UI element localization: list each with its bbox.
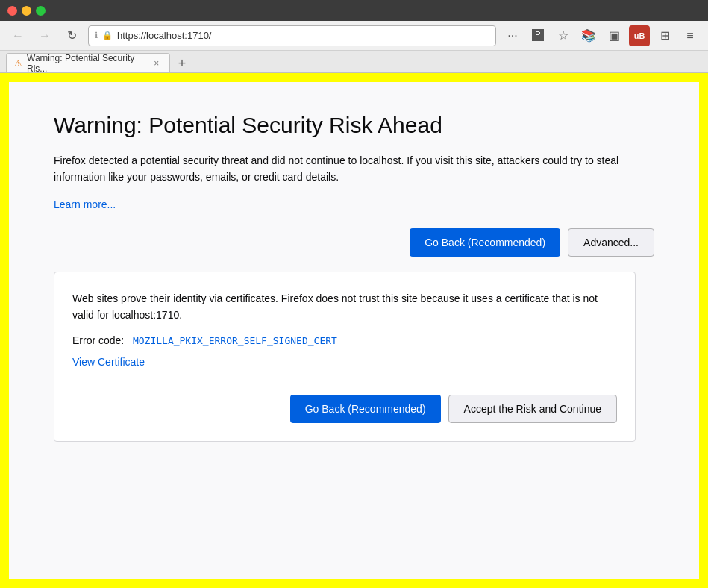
forward-icon: → [39,29,51,43]
main-button-row: Go Back (Recommended) Advanced... [54,228,654,257]
advanced-button-row: Go Back (Recommended) Accept the Risk an… [72,384,617,423]
bookmarks-button[interactable]: 📚 [578,25,599,46]
new-tab-button[interactable]: + [173,54,191,72]
sidebar-button[interactable]: ▣ [604,25,624,46]
advanced-panel: Web sites prove their identity via certi… [54,272,636,442]
advanced-panel-text: Web sites prove their identity via certi… [72,290,617,324]
back-icon: ← [12,29,24,43]
address-bar[interactable]: ℹ 🔒 https://localhost:1710/ [88,25,496,46]
extensions-icon: ⊞ [660,28,670,43]
page-description: Firefox detected a potential security th… [54,152,621,186]
reload-button[interactable]: ↻ [61,25,82,46]
pocket-icon: 🅿 [532,29,544,43]
advanced-go-back-button[interactable]: Go Back (Recommended) [290,395,441,423]
advanced-button[interactable]: Advanced... [568,228,654,257]
toolbar-icons: ··· 🅿 ☆ 📚 ▣ uB ⊞ ≡ [502,25,701,46]
lock-icon: 🔒 [102,31,113,40]
traffic-lights [7,6,46,16]
error-code-label: Error code: [72,334,124,346]
error-code-line: Error code: MOZILLA_PKIX_ERROR_SELF_SIGN… [72,334,617,346]
menu-icon: ≡ [686,29,693,43]
ublock-button[interactable]: uB [629,25,650,46]
page-wrapper: Warning: Potential Security Risk Ahead F… [0,73,708,588]
minimize-window-button[interactable] [22,6,31,16]
bookmarks-icon: 📚 [581,28,596,43]
tab-title: Warning: Potential Security Ris... [27,53,146,74]
menu-button[interactable]: ≡ [680,25,701,46]
extensions-button[interactable]: ⊞ [654,25,675,46]
url-text: https://localhost:1710/ [117,30,211,41]
tab-warning-icon: ⚠ [14,58,22,69]
page-content: Warning: Potential Security Risk Ahead F… [9,82,699,579]
go-back-recommended-button[interactable]: Go Back (Recommended) [410,228,560,257]
page-title: Warning: Potential Security Risk Ahead [54,112,654,139]
learn-more-link[interactable]: Learn more... [54,198,116,210]
titlebar [0,0,708,21]
tab-close-button[interactable]: × [151,57,162,69]
more-icon: ··· [507,29,517,43]
back-button[interactable]: ← [7,25,28,46]
tabbar: ⚠ Warning: Potential Security Ris... × + [0,51,708,73]
browser-toolbar: ← → ↻ ℹ 🔒 https://localhost:1710/ ··· 🅿 … [0,21,708,51]
close-window-button[interactable] [7,6,17,16]
info-icon: ℹ [95,31,98,40]
active-tab[interactable]: ⚠ Warning: Potential Security Ris... × [6,53,170,72]
pocket-button[interactable]: 🅿 [527,25,548,46]
maximize-window-button[interactable] [36,6,46,16]
bookmark-icon: ☆ [558,28,568,43]
error-code-link[interactable]: MOZILLA_PKIX_ERROR_SELF_SIGNED_CERT [133,335,337,346]
reload-icon: ↻ [67,28,77,43]
sidebar-icon: ▣ [609,28,620,43]
accept-risk-button[interactable]: Accept the Risk and Continue [448,395,617,423]
ublock-icon: uB [634,31,645,40]
view-certificate-link[interactable]: View Certificate [72,356,145,368]
forward-button[interactable]: → [34,25,55,46]
bookmark-button[interactable]: ☆ [553,25,574,46]
more-button[interactable]: ··· [502,25,523,46]
